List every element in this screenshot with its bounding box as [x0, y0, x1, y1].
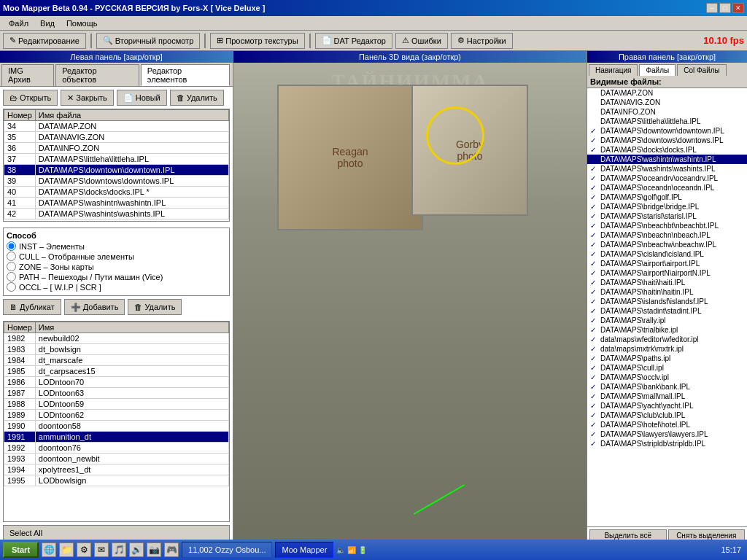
right-file-item[interactable]: ✓DATA\MAPS\mall\mall.IPL — [587, 392, 747, 401]
right-file-item[interactable]: ✓DATA\MAPS\cisland\cisland.IPL — [587, 249, 747, 259]
menu-help[interactable]: Помощь — [61, 18, 104, 29]
delete-file-button[interactable]: 🗑 Удалить — [170, 90, 224, 106]
tab-object-editor[interactable]: Редактор объектов — [55, 64, 139, 86]
maximize-button[interactable]: □ — [719, 3, 731, 13]
right-file-item[interactable]: ✓DATA\MAPS\trialbike.ipl — [587, 325, 747, 335]
file-list-row[interactable]: 36DATA\INFO.ZON — [4, 143, 229, 154]
right-file-item[interactable]: ✓DATA\MAPS\occlv.ipl — [587, 373, 747, 382]
tab-navigation[interactable]: Навигация — [589, 64, 638, 76]
file-list-row[interactable]: 38DATA\MAPS\downtown\downtown.IPL — [4, 165, 229, 176]
element-list-row[interactable]: 1986LODntoon70 — [4, 377, 229, 388]
taskbar-window-2[interactable]: Moo Mapper — [275, 542, 333, 558]
element-list-row[interactable]: 1993doontoon_newbit — [4, 454, 229, 464]
right-file-item[interactable]: ✓DATA\MAPS\golf\golf.IPL — [587, 192, 747, 202]
right-file-item[interactable]: ✓DATA\MAPS\rally.ipl — [587, 316, 747, 325]
right-file-item[interactable]: ✓DATA\MAPS\washintn\washintn.IPL — [587, 155, 747, 164]
taskbar-icon-3[interactable]: ⚙ — [77, 542, 91, 557]
right-file-item[interactable]: ✓DATA\MAPS\club\club.IPL — [587, 411, 747, 420]
file-list-container[interactable]: Номер Имя файла 34DATA\MAP.ZON35DATA\NAV… — [3, 109, 230, 222]
right-file-item[interactable]: DATA\MAP.ZON — [587, 88, 747, 98]
toolbar-edit-button[interactable]: ✎ Редактирование — [3, 33, 86, 49]
right-file-item[interactable]: ✓DATA\MAPS\downtown\downtown.IPL — [587, 126, 747, 136]
right-file-item[interactable]: ✓DATA\MAPS\oceandrv\oceandrv.IPL — [587, 174, 747, 183]
taskbar-icon-1[interactable]: 🌐 — [42, 542, 56, 557]
toolbar-errors-button[interactable]: ⚠ Ошибки — [395, 33, 448, 49]
toolbar-settings-button[interactable]: ⚙ Настройки — [451, 33, 513, 49]
element-list-row[interactable]: 1989LODntoon62 — [4, 410, 229, 421]
tab-files[interactable]: Файлы — [639, 64, 676, 76]
taskbar-icon-2[interactable]: 📁 — [59, 542, 74, 557]
new-button[interactable]: 📄 Новый — [117, 90, 167, 106]
right-file-item[interactable]: ✓DATA\MAPS\oceandn\oceandn.IPL — [587, 183, 747, 192]
right-file-item[interactable]: DATA\INFO.ZON — [587, 107, 747, 117]
element-list-row[interactable]: 1994xpolytrees1_dt — [4, 464, 229, 475]
toolbar-texture-view-button[interactable]: ⊞ Просмотр текстуры — [210, 33, 304, 49]
taskbar-icon-6[interactable]: 🔊 — [129, 542, 144, 557]
element-list-row[interactable]: 1991ammunition_dt — [4, 432, 229, 443]
taskbar-icon-4[interactable]: ✉ — [94, 542, 109, 557]
right-file-item[interactable]: ✓DATA\MAPS\airportN\airportN.IPL — [587, 268, 747, 278]
right-file-item[interactable]: ✓DATA\MAPS\nbeachw\nbeachw.IPL — [587, 240, 747, 249]
right-file-item[interactable]: ✓data\maps\mxtrk\mxtrk.ipl — [587, 344, 747, 354]
tab-col-files[interactable]: Col Файлы — [677, 64, 727, 76]
taskbar-icon-8[interactable]: 🎮 — [164, 542, 179, 557]
file-list-row[interactable]: 41DATA\MAPS\washintn\washintn.IPL — [4, 198, 229, 209]
right-file-item[interactable]: ✓DATA\MAPS\stripldb\stripldb.IPL — [587, 439, 747, 448]
right-files-list[interactable]: DATA\MAP.ZONDATA\NAVIG.ZONDATA\INFO.ZOND… — [587, 88, 747, 526]
delete-element-button[interactable]: 🗑 Удалить — [128, 299, 182, 315]
file-list-row[interactable]: 42DATA\MAPS\washints\washints.IPL — [4, 209, 229, 219]
file-list-row[interactable]: 39DATA\MAPS\downtows\downtows.IPL — [4, 176, 229, 187]
element-list-row[interactable]: 1988LODntoon59 — [4, 399, 229, 410]
way-radio-occl[interactable] — [7, 282, 16, 292]
right-file-item[interactable]: ✓DATA\MAPS\hotel\hotel.IPL — [587, 420, 747, 429]
right-file-item[interactable]: ✓DATA\MAPS\washints\washints.IPL — [587, 164, 747, 174]
right-file-item[interactable]: DATA\MAPS\littleha\littleha.IPL — [587, 117, 747, 126]
right-file-item[interactable]: ✓DATA\MAPS\yacht\yacht.IPL — [587, 401, 747, 411]
element-list-row[interactable]: 1987LODntoon63 — [4, 388, 229, 399]
open-button[interactable]: 🗁 🗁 ОткрытьОткрыть — [3, 90, 58, 106]
close-button[interactable]: ✕ — [732, 3, 744, 13]
right-file-item[interactable]: ✓DATA\MAPS\paths.ipl — [587, 354, 747, 363]
element-list-row[interactable]: 1984dt_marscafe — [4, 355, 229, 366]
element-list-row[interactable]: 1983dt_bowlsign — [4, 344, 229, 355]
element-list-row[interactable]: 1985dt_carpsaces15 — [4, 366, 229, 377]
viewport[interactable]: ТАЙНИИММА Reaganphoto Gorbyphoto — [233, 63, 587, 544]
file-list-row[interactable]: 40DATA\MAPS\docks\docks.IPL * — [4, 187, 229, 198]
add-button[interactable]: ➕ Добавить — [64, 299, 125, 315]
element-list-row[interactable]: 1982newbuild02 — [4, 333, 229, 344]
tab-img-archive[interactable]: IMG Архив — [1, 64, 54, 86]
right-file-item[interactable]: ✓DATA\MAPS\nbeachn\nbeach.IPL — [587, 230, 747, 240]
right-file-item[interactable]: ✓DATA\MAPS\haiti\haiti.IPL — [587, 278, 747, 287]
file-list-row[interactable]: 34DATA\MAP.ZON — [4, 121, 229, 132]
way-radio-path[interactable] — [7, 272, 16, 281]
toolbar-dat-editor-button[interactable]: 📄 DAT Редактор — [315, 33, 392, 49]
element-list-row[interactable]: 1990doontoon58 — [4, 421, 229, 432]
right-file-item[interactable]: DATA\NAVIG.ZON — [587, 98, 747, 107]
right-file-item[interactable]: ✓DATA\MAPS\downtows\downtows.IPL — [587, 136, 747, 145]
select-all-button[interactable]: Select All — [3, 525, 230, 541]
taskbar-window-1[interactable]: 11,002 Ozzy Osbou... — [182, 542, 272, 558]
right-file-item[interactable]: ✓DATA\MAPS\stadint\stadint.IPL — [587, 306, 747, 316]
start-button[interactable]: Start — [3, 542, 39, 558]
taskbar-icon-5[interactable]: 🎵 — [112, 542, 126, 557]
right-file-item[interactable]: ✓DATA\MAPS\bank\bank.IPL — [587, 382, 747, 392]
way-radio-cull[interactable] — [7, 252, 16, 261]
menu-view[interactable]: Вид — [34, 18, 61, 29]
right-file-item[interactable]: ✓DATA\MAPS\cull.ipl — [587, 363, 747, 373]
menu-file[interactable]: Файл — [3, 18, 34, 29]
way-radio-inst[interactable] — [7, 241, 16, 251]
right-file-item[interactable]: ✓data\maps\wfeditor\wfeditor.ipl — [587, 335, 747, 344]
right-file-item[interactable]: ✓DATA\MAPS\islandsf\islandsf.IPL — [587, 297, 747, 306]
right-file-item[interactable]: ✓DATA\MAPS\bridge\bridge.IPL — [587, 202, 747, 211]
close-file-button[interactable]: ✕ Закрыть — [61, 90, 113, 106]
duplicate-button[interactable]: 🗎 Дубликат — [3, 299, 61, 315]
right-file-item[interactable]: ✓DATA\MAPS\airport\airport.IPL — [587, 259, 747, 268]
right-file-item[interactable]: ✓DATA\MAPS\docks\docks.IPL — [587, 145, 747, 155]
right-file-item[interactable]: ✓DATA\MAPS\nbeachbt\nbeachbt.IPL — [587, 221, 747, 230]
file-list-row[interactable]: 35DATA\NAVIG.ZON — [4, 132, 229, 143]
element-list-row[interactable]: 1992doontoon76 — [4, 443, 229, 454]
element-list-row[interactable]: 1995LODbowlsign — [4, 475, 229, 486]
right-file-item[interactable]: ✓DATA\MAPS\lawyers\lawyers.IPL — [587, 429, 747, 439]
right-file-item[interactable]: ✓DATA\MAPS\starisl\starisl.IPL — [587, 211, 747, 221]
tab-element-editor[interactable]: Редактор элементов — [141, 64, 230, 86]
